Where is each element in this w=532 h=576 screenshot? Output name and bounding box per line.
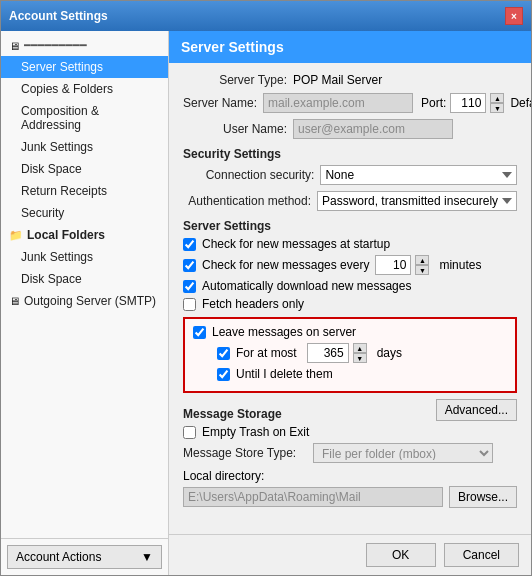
sidebar-item-local-folders[interactable]: 📁 Local Folders (1, 224, 168, 246)
fetch-headers-checkbox[interactable] (183, 298, 196, 311)
connection-security-label: Connection security: (183, 168, 320, 182)
sidebar-bottom: Account Actions ▼ (1, 538, 168, 575)
smtp-label: Outgoing Server (SMTP) (24, 294, 156, 308)
check-every-spinner: ▲ ▼ (375, 255, 429, 275)
until-delete-label: Until I delete them (236, 367, 333, 381)
store-type-label: Message Store Type: (183, 446, 313, 460)
sidebar-account-header: 🖥 ━━━━━━━━━ (1, 35, 168, 56)
main-content-area: 🖥 ━━━━━━━━━ Server Settings Copies & Fol… (1, 31, 531, 575)
local-dir-row: Browse... (183, 486, 517, 508)
auto-download-row: Automatically download new messages (183, 279, 517, 293)
port-up-button[interactable]: ▲ (490, 93, 504, 103)
leave-messages-box: Leave messages on server For at most ▲ ▼ (183, 317, 517, 393)
bottom-bar: OK Cancel (169, 534, 531, 575)
sidebar-item-copies-folders[interactable]: Copies & Folders (1, 78, 168, 100)
cancel-button[interactable]: Cancel (444, 543, 519, 567)
auto-download-label: Automatically download new messages (202, 279, 411, 293)
check-every-up[interactable]: ▲ (415, 255, 429, 265)
empty-trash-label: Empty Trash on Exit (202, 425, 309, 439)
days-input[interactable] (307, 343, 349, 363)
port-spinner: ▲ ▼ (450, 93, 504, 113)
advanced-button[interactable]: Advanced... (436, 399, 517, 421)
username-label: User Name: (183, 122, 293, 136)
server-name-label: Server Name: (183, 96, 263, 110)
default-label: Default: (510, 96, 531, 110)
ok-button[interactable]: OK (366, 543, 436, 567)
username-input[interactable] (293, 119, 453, 139)
username-row: User Name: (183, 119, 517, 139)
auto-download-checkbox[interactable] (183, 280, 196, 293)
leave-messages-label: Leave messages on server (212, 325, 356, 339)
server-type-label: Server Type: (183, 73, 293, 87)
sidebar: 🖥 ━━━━━━━━━ Server Settings Copies & Fol… (1, 31, 169, 575)
local-dir-input[interactable] (183, 487, 443, 507)
main-panel: Server Settings Server Type: POP Mail Se… (169, 31, 531, 575)
check-every-down[interactable]: ▼ (415, 265, 429, 275)
server-settings-title: Server Settings (183, 219, 517, 233)
port-down-button[interactable]: ▼ (490, 103, 504, 113)
server-name-input[interactable] (263, 93, 413, 113)
connection-security-select[interactable]: None (320, 165, 517, 185)
security-settings-title: Security Settings (183, 147, 517, 161)
title-bar: Account Settings × (1, 1, 531, 31)
panel-content: Server Type: POP Mail Server Server Name… (169, 63, 531, 534)
sidebar-item-disk-space[interactable]: Disk Space (1, 158, 168, 180)
check-startup-checkbox[interactable] (183, 238, 196, 251)
browse-button[interactable]: Browse... (449, 486, 517, 508)
check-every-input[interactable] (375, 255, 411, 275)
days-up[interactable]: ▲ (353, 343, 367, 353)
store-type-select[interactable]: File per folder (mbox) (313, 443, 493, 463)
smtp-icon: 🖥 (9, 295, 20, 307)
for-at-most-label: For at most (236, 346, 297, 360)
account-actions-arrow: ▼ (141, 550, 153, 564)
sidebar-item-return-receipts[interactable]: Return Receipts (1, 180, 168, 202)
local-dir-section: Local directory: Browse... (183, 469, 517, 508)
local-folders-label: Local Folders (27, 228, 105, 242)
fetch-headers-label: Fetch headers only (202, 297, 304, 311)
port-arrows: ▲ ▼ (490, 93, 504, 113)
account-icon: 🖥 (9, 40, 20, 52)
sidebar-item-composition-addressing[interactable]: Composition & Addressing (1, 100, 168, 136)
message-storage-header: Message Storage Advanced... (183, 399, 517, 425)
account-settings-window: Account Settings × 🖥 ━━━━━━━━━ Server Se… (0, 0, 532, 576)
check-every-label: Check for new messages every (202, 258, 369, 272)
auth-method-label: Authentication method: (183, 194, 317, 208)
check-every-arrows: ▲ ▼ (415, 255, 429, 275)
local-dir-label: Local directory: (183, 469, 517, 483)
until-delete-checkbox[interactable] (217, 368, 230, 381)
check-every-checkbox[interactable] (183, 259, 196, 272)
check-every-row: Check for new messages every ▲ ▼ minutes (183, 255, 517, 275)
empty-trash-checkbox[interactable] (183, 426, 196, 439)
leave-messages-checkbox[interactable] (193, 326, 206, 339)
fetch-headers-row: Fetch headers only (183, 297, 517, 311)
empty-trash-row: Empty Trash on Exit (183, 425, 517, 439)
days-arrows: ▲ ▼ (353, 343, 367, 363)
leave-messages-row: Leave messages on server (193, 325, 507, 339)
until-delete-row: Until I delete them (193, 367, 507, 381)
server-type-row: Server Type: POP Mail Server (183, 73, 517, 87)
auth-method-row: Authentication method: Password, transmi… (183, 191, 517, 211)
port-label: Port: (421, 96, 446, 110)
account-name-label: ━━━━━━━━━ (24, 39, 87, 52)
days-unit: days (377, 346, 402, 360)
days-down[interactable]: ▼ (353, 353, 367, 363)
auth-method-select[interactable]: Password, transmitted insecurely (317, 191, 517, 211)
sidebar-item-security[interactable]: Security (1, 202, 168, 224)
sidebar-item-outgoing-smtp[interactable]: 🖥 Outgoing Server (SMTP) (1, 290, 168, 312)
account-actions-button[interactable]: Account Actions ▼ (7, 545, 162, 569)
store-type-row: Message Store Type: File per folder (mbo… (183, 443, 517, 463)
panel-header: Server Settings (169, 31, 531, 63)
sidebar-item-server-settings[interactable]: Server Settings (1, 56, 168, 78)
sidebar-item-junk-settings-2[interactable]: Junk Settings (1, 246, 168, 268)
check-startup-label: Check for new messages at startup (202, 237, 390, 251)
server-type-value: POP Mail Server (293, 73, 382, 87)
account-actions-label: Account Actions (16, 550, 101, 564)
sidebar-item-junk-settings[interactable]: Junk Settings (1, 136, 168, 158)
for-at-most-row: For at most ▲ ▼ days (193, 343, 507, 363)
sidebar-item-disk-space-2[interactable]: Disk Space (1, 268, 168, 290)
port-input[interactable] (450, 93, 486, 113)
window-title: Account Settings (9, 9, 108, 23)
message-storage-title: Message Storage (183, 407, 282, 421)
close-button[interactable]: × (505, 7, 523, 25)
for-at-most-checkbox[interactable] (217, 347, 230, 360)
